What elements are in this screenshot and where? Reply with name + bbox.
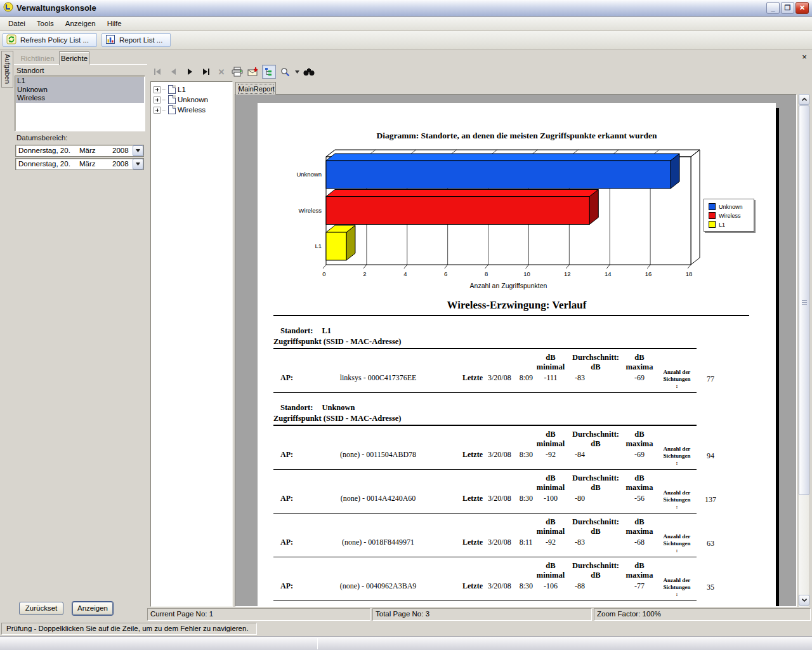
application-window: Verwaltungskonsole _ ❐ ✕ Datei Tools Anz… [0, 0, 812, 650]
db-average-value: -84 [575, 450, 585, 460]
col-header-minimal: minimal [537, 362, 565, 372]
ap-letzte: Letzte3/20/088:30 [462, 450, 533, 460]
report-vertical-scrollbar[interactable] [798, 94, 809, 607]
list-item[interactable]: L1 [16, 77, 144, 86]
letzte-label: Letzte [462, 450, 483, 459]
expand-icon[interactable] [154, 86, 160, 93]
tree-item-label[interactable]: Wireless [178, 106, 206, 114]
date-from-dropdown-button[interactable] [133, 145, 143, 156]
tab-mainreport[interactable]: MainReport [235, 82, 276, 95]
menu-hilfe[interactable]: Hilfe [102, 18, 128, 29]
standort-listbox[interactable]: L1 Unknown Wireless [15, 76, 145, 131]
letzte-label: Letzte [462, 494, 483, 503]
viewer-close-icon[interactable]: × [799, 53, 809, 62]
close-view-icon[interactable]: ✕ [214, 65, 228, 79]
col-header-db-max: dB [634, 517, 644, 527]
zoom-icon[interactable] [278, 65, 292, 79]
section-rule [273, 315, 749, 316]
date-to-dropdown-button[interactable] [133, 159, 143, 169]
print-icon[interactable] [230, 65, 244, 79]
anzeigen-button[interactable]: Anzeigen [72, 602, 113, 615]
last-page-icon[interactable] [199, 65, 213, 79]
standort-label: Standort: [280, 403, 313, 412]
zoom-dropdown-icon[interactable] [294, 65, 300, 79]
legend-label: L1 [719, 222, 725, 228]
zuruckset-button[interactable]: Zurückset [19, 602, 63, 615]
document-icon [168, 105, 176, 114]
date-from-combo[interactable]: Donnerstag, 20. März 2008 [15, 145, 144, 157]
previous-page-icon[interactable] [167, 65, 181, 79]
plot-side-face [691, 150, 700, 265]
sichtungen-count: 35 [707, 583, 714, 592]
tree-item-unknown[interactable]: Unknown [154, 95, 232, 105]
refresh-policy-list-button[interactable]: Refresh Policy List ... [3, 33, 97, 47]
scroll-down-button[interactable] [799, 595, 809, 606]
db-maxima-value: -69 [634, 450, 645, 460]
document-icon [168, 95, 176, 104]
col-header-db-max: dB [634, 430, 644, 439]
anzahl-sichtungen-label: Anzahl derSichtungen: [663, 446, 690, 467]
col-header-maxima: maxima [625, 439, 653, 449]
scrollbar-thumb[interactable] [799, 105, 809, 495]
minimize-button[interactable]: _ [766, 2, 780, 14]
x-tick-label: 6 [444, 270, 447, 277]
menu-anzeigen[interactable]: Anzeigen [60, 18, 102, 29]
list-item[interactable]: Unknown [16, 86, 144, 95]
col-header-minimal: minimal [537, 483, 565, 493]
report-list-button[interactable]: Report List ... [102, 33, 171, 47]
chevron-down-icon [136, 149, 140, 152]
report-section-title: Wireless-Erzwingung: Verlauf [258, 299, 776, 312]
find-icon[interactable] [302, 65, 316, 79]
ap-row: dBDurchschnitt:dBminimaldBmaximaAP:(none… [273, 557, 743, 600]
letzte-label: Letzte [462, 538, 483, 547]
aufgaben-vertical-tab[interactable]: Aufgaben [1, 51, 13, 88]
tab-berichte[interactable]: Berichte [59, 51, 89, 65]
menu-tools[interactable]: Tools [31, 18, 60, 29]
db-minimal-value: -111 [544, 373, 557, 383]
category-label: Unknown [296, 171, 322, 178]
tab-richtlinien[interactable]: Richtlinien [16, 53, 58, 65]
x-tick-label: 10 [523, 270, 530, 277]
date-to-combo[interactable]: Donnerstag, 20. März 2008 [15, 158, 144, 170]
anzahl-sichtungen-label: Anzahl derSichtungen: [663, 577, 690, 598]
report-page: Diagramm: Standorte, an denen die meiste… [258, 103, 776, 607]
export-icon[interactable] [246, 65, 260, 79]
letzte-label: Letzte [462, 581, 483, 590]
legend-label: Wireless [719, 213, 741, 219]
expand-icon[interactable] [154, 96, 160, 103]
anzahl-sichtungen-label: Anzahl derSichtungen: [663, 533, 690, 554]
first-page-icon[interactable] [151, 65, 165, 79]
ap-letzte: Letzte3/20/088:30 [462, 494, 533, 503]
letzte-date: 3/20/08 [488, 373, 511, 382]
tree-connector [162, 100, 166, 100]
report-viewer-toolbar: ✕ [151, 63, 809, 80]
x-tick-label: 0 [322, 270, 325, 277]
tree-item-l1[interactable]: L1 [154, 84, 232, 95]
ap-row-partial: dBDurchschnitt:dBminimaldBmaxima [273, 601, 743, 607]
next-page-icon[interactable] [183, 65, 197, 79]
close-button[interactable]: ✕ [796, 2, 809, 14]
axis-tick [525, 265, 528, 269]
menu-datei[interactable]: Datei [3, 18, 31, 29]
main-toolbar: Refresh Policy List ... Report List ... [0, 31, 812, 50]
expand-icon[interactable] [154, 107, 160, 114]
restore-button[interactable]: ❐ [781, 2, 794, 14]
toggle-group-tree-icon[interactable] [262, 65, 276, 79]
date-to-year: 2008 [112, 160, 129, 168]
tree-item-label[interactable]: L1 [178, 86, 186, 93]
col-header-maxima: maxima [625, 483, 653, 493]
letzte-time: 8:30 [520, 494, 533, 503]
list-item[interactable]: Wireless [16, 94, 144, 103]
bar-chart: 024681012141618UnknownWirelessL1Anzahl a… [258, 147, 776, 296]
date-from-month: März [79, 147, 96, 154]
legend-label: Unknown [719, 204, 743, 210]
tree-item-wireless[interactable]: Wireless [154, 105, 232, 115]
scroll-up-button[interactable] [799, 94, 809, 105]
col-header-durchschnitt: Durchschnitt: [572, 353, 619, 362]
report-view-area: Diagramm: Standorte, an denen die meiste… [235, 94, 797, 607]
bar-top-face [326, 190, 598, 197]
refresh-icon [6, 34, 16, 46]
tree-item-label[interactable]: Unknown [178, 96, 208, 103]
ap-label: AP: [280, 494, 293, 503]
report-group-tree: L1 Unknown Wireless [150, 81, 233, 607]
